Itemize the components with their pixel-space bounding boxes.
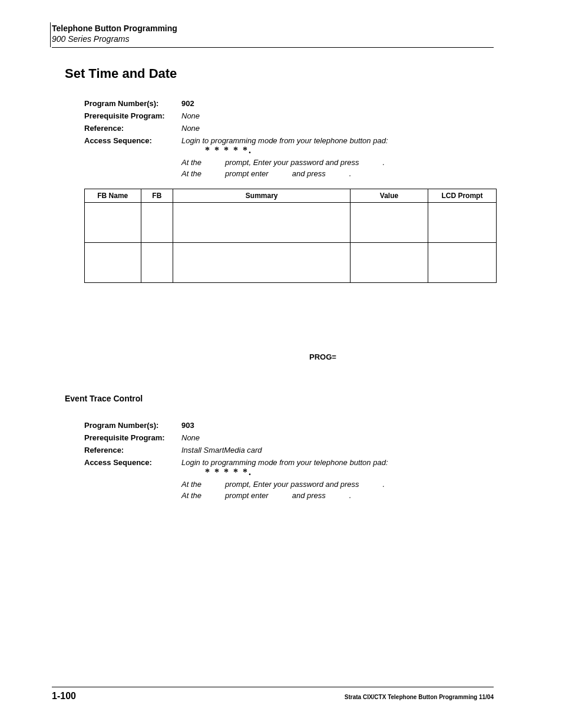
access-sequence-line1: Login to programming mode from your tele… (181, 136, 497, 145)
program-number-row: Program Number(s): 902 (84, 99, 497, 108)
access-sequence-line3: At the prompt enter and press . (181, 491, 497, 500)
text-fragment: At the (181, 480, 201, 489)
reference-row: Reference: None (84, 124, 497, 133)
text-fragment: prompt enter (225, 169, 269, 178)
section-title-event-trace-control: Event Trace Control (65, 394, 497, 403)
text-fragment: . (349, 491, 352, 500)
program-number-label: Program Number(s): (84, 99, 181, 108)
text-fragment: and press (292, 491, 326, 500)
reference-label: Reference: (84, 124, 181, 133)
section1-meta-block: Program Number(s): 902 Prerequisite Prog… (84, 99, 497, 178)
prog-equals-label: PROG= (309, 353, 497, 361)
header-left-rule (50, 22, 51, 47)
reference-label: Reference: (84, 446, 181, 454)
running-header-subtitle: 900 Series Programs (52, 34, 497, 44)
running-header-title: Telephone Button Programming (52, 24, 497, 33)
prerequisite-row: Prerequisite Program: None (84, 111, 497, 120)
program-number-value: 903 (181, 421, 194, 430)
footer-text: Strata CIX/CTX Telephone Button Programm… (345, 694, 494, 700)
page-number: 1-100 (52, 691, 76, 701)
prerequisite-row: Prerequisite Program: None (84, 433, 497, 442)
access-sequence-line3: At the prompt enter and press . (181, 169, 497, 178)
access-sequence-label: Access Sequence: (84, 458, 181, 500)
table-header-row: FB Name FB Summary Value LCD Prompt (85, 189, 497, 203)
program-number-value: 902 (181, 99, 194, 108)
reference-value: Install SmartMedia card (181, 446, 262, 454)
col-header-lcd-prompt: LCD Prompt (428, 189, 496, 203)
access-sequence-row: Access Sequence: Login to programming mo… (84, 458, 497, 500)
section2-meta-block: Program Number(s): 903 Prerequisite Prog… (84, 421, 497, 500)
keypad-sequence-stars: * * * * *. (205, 467, 497, 477)
access-sequence-line2: At the prompt, Enter your password and p… (181, 480, 497, 489)
reference-row: Reference: Install SmartMedia card (84, 446, 497, 454)
col-header-value: Value (351, 189, 428, 203)
header-rule (52, 47, 494, 48)
access-sequence-line1: Login to programming mode from your tele… (181, 458, 497, 467)
program-number-row: Program Number(s): 903 (84, 421, 497, 430)
table-row (85, 243, 497, 283)
reference-value: None (181, 124, 200, 133)
text-fragment: . (349, 169, 352, 178)
fb-table: FB Name FB Summary Value LCD Prompt (84, 189, 497, 283)
col-header-fb: FB (141, 189, 173, 203)
col-header-summary: Summary (173, 189, 351, 203)
footer-rule (52, 687, 494, 687)
section-title-set-time-and-date: Set Time and Date (65, 66, 497, 81)
prerequisite-label: Prerequisite Program: (84, 433, 181, 442)
text-fragment: . (383, 480, 385, 489)
text-fragment: prompt, Enter your password and press (225, 480, 359, 489)
text-fragment: At the (181, 158, 201, 167)
access-sequence-label: Access Sequence: (84, 136, 181, 178)
text-fragment: At the (181, 169, 201, 178)
text-fragment: At the (181, 491, 201, 500)
prerequisite-label: Prerequisite Program: (84, 111, 181, 120)
access-sequence-line2: At the prompt, Enter your password and p… (181, 158, 497, 167)
access-sequence-body: Login to programming mode from your tele… (181, 458, 497, 500)
prerequisite-value: None (181, 433, 200, 442)
text-fragment: and press (292, 169, 326, 178)
access-sequence-body: Login to programming mode from your tele… (181, 136, 497, 178)
prerequisite-value: None (181, 111, 200, 120)
page-footer: 1-100 Strata CIX/CTX Telephone Button Pr… (52, 687, 494, 701)
table-row (85, 203, 497, 243)
keypad-sequence-stars: * * * * *. (205, 145, 497, 156)
col-header-fb-name: FB Name (85, 189, 141, 203)
text-fragment: prompt enter (225, 491, 269, 500)
text-fragment: . (383, 158, 385, 167)
text-fragment: prompt, Enter your password and press (225, 158, 359, 167)
page-content: Telephone Button Programming 900 Series … (52, 24, 497, 500)
program-number-label: Program Number(s): (84, 421, 181, 430)
access-sequence-row: Access Sequence: Login to programming mo… (84, 136, 497, 178)
